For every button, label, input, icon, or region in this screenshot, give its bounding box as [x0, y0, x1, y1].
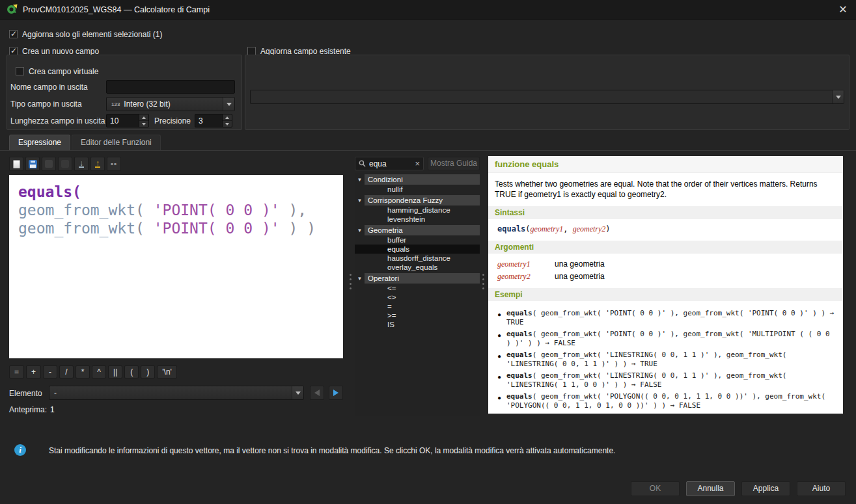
close-button[interactable]: ✕	[836, 3, 849, 16]
tab-espressione[interactable]: Espressione	[9, 135, 70, 150]
ok-button[interactable]: OK	[631, 481, 680, 496]
field-length-stepper[interactable]: 10	[106, 114, 149, 127]
caret-down-icon: ▼	[355, 228, 365, 233]
tree-item[interactable]: <=	[355, 284, 480, 293]
window-title: ProvCM01012025_WGS84 — Calcolatore di Ca…	[23, 5, 210, 14]
next-feature-button[interactable]	[329, 386, 343, 400]
caret-down-icon: ▼	[355, 177, 365, 183]
operator-button[interactable]: /	[59, 365, 74, 378]
tab-bar: EspressioneEditor delle Funzioni	[9, 135, 161, 150]
operator-button[interactable]: ^	[92, 365, 106, 378]
help-args: geometry1una geometriageometry2una geome…	[488, 254, 843, 285]
field-name-label: Nome campo in uscita	[10, 83, 88, 92]
splitter-right[interactable]	[482, 269, 485, 294]
field-precision-stepper[interactable]: 3	[195, 114, 232, 127]
virtual-field-row: Crea campo virtuale	[16, 66, 98, 76]
tree-item[interactable]: hamming_distance	[355, 206, 480, 215]
tree-item[interactable]: levenshtein	[355, 215, 480, 224]
help-args-heading: Argomenti	[488, 241, 843, 254]
help-example: equals( geom_from_wkt( 'LINESTRING( 0 0,…	[506, 371, 835, 390]
export-expression-button[interactable]	[90, 157, 105, 171]
operator-button[interactable]: )	[141, 365, 155, 378]
tree-item[interactable]: =	[355, 302, 480, 311]
field-length-value: 10	[107, 114, 139, 127]
tree-item[interactable]: hausdorff_distance	[355, 254, 480, 263]
operator-button[interactable]: (	[124, 365, 139, 378]
annulla-button[interactable]: Annulla	[686, 481, 735, 496]
new-expression-button[interactable]	[9, 157, 23, 171]
operator-button[interactable]: *	[76, 365, 90, 378]
elemento-label: Elemento	[9, 389, 42, 398]
qgis-logo-icon	[7, 4, 18, 15]
tab-divider	[0, 150, 856, 151]
tree-item[interactable]: <>	[355, 293, 480, 302]
elemento-select[interactable]: -	[49, 386, 304, 400]
dialog-buttons: OKAnnullaApplicaAiuto	[631, 481, 846, 496]
clear-disabled-button[interactable]	[58, 157, 72, 171]
integer-type-icon: 123	[111, 101, 120, 107]
tree-item[interactable]: >=	[355, 311, 480, 320]
existing-field-select[interactable]	[250, 90, 844, 104]
function-tree: ▼Condizioninullif▼Corrispondenza Fuzzyha…	[355, 173, 480, 416]
tree-item[interactable]: IS	[355, 320, 480, 329]
import-expression-icon	[79, 160, 84, 168]
tree-item[interactable]: overlay_equals	[355, 263, 480, 272]
applica-button[interactable]: Applica	[741, 481, 790, 496]
operator-button[interactable]: =	[9, 365, 24, 378]
operator-button[interactable]: +	[26, 365, 41, 378]
search-value: equa	[369, 159, 411, 168]
preview-row: Anteprima: 1	[9, 405, 55, 414]
chevron-down-icon	[292, 386, 303, 399]
precision-decrement-button[interactable]	[223, 120, 232, 127]
help-examples: equals( geom_from_wkt( 'POINT( 0 0 )' ),…	[488, 301, 843, 414]
export-expression-icon	[95, 160, 100, 168]
tree-item[interactable]: buffer	[355, 235, 480, 245]
operator-button[interactable]: -	[43, 365, 57, 378]
arrow-left-icon	[314, 390, 320, 396]
save-expression-button[interactable]	[25, 157, 40, 171]
aiuto-button[interactable]: Aiuto	[797, 481, 846, 496]
field-type-select[interactable]: 123 Intero (32 bit)	[106, 97, 235, 111]
operator-button[interactable]: '\n'	[157, 365, 177, 378]
chevron-down-icon	[832, 90, 844, 103]
help-example: equals( geom_from_wkt( 'POINT( 0 0 )' ),…	[506, 309, 835, 327]
tree-group-header[interactable]: ▼Corrispondenza Fuzzy	[355, 195, 480, 206]
caret-down-icon: ▼	[355, 198, 365, 204]
previous-feature-button[interactable]	[310, 386, 324, 400]
tree-group-header[interactable]: ▼Operatori	[355, 273, 480, 284]
length-increment-button[interactable]	[139, 114, 148, 120]
tree-item[interactable]: equals	[355, 245, 480, 254]
length-decrement-button[interactable]	[139, 120, 148, 127]
open-disabled-button[interactable]	[42, 157, 56, 171]
splitter-left[interactable]	[349, 269, 352, 294]
tab-editor-delle-funzioni[interactable]: Editor delle Funzioni	[72, 135, 161, 150]
comment-button[interactable]: --	[107, 157, 121, 171]
field-precision-label: Precisione	[154, 116, 191, 126]
editing-warning-message: Stai modificando le informazioni di ques…	[49, 446, 797, 455]
info-icon: i	[14, 444, 26, 456]
operator-row: =+-/*^||()'\n'	[9, 365, 177, 378]
open-disabled-icon	[45, 160, 53, 168]
field-name-input[interactable]	[106, 80, 235, 94]
clear-search-icon[interactable]: ×	[415, 159, 420, 168]
tree-group-header[interactable]: ▼Geometria	[355, 225, 480, 235]
virtual-field-checkbox[interactable]	[16, 67, 24, 75]
update-selected-row: Aggiorna solo gli elementi selezionati (…	[9, 29, 162, 39]
function-search-input[interactable]: equa ×	[355, 157, 424, 170]
caret-down-icon: ▼	[355, 276, 365, 282]
help-example: equals( geom_from_wkt( 'POINT( 0 0 )' ),…	[506, 330, 835, 348]
help-description: Tests whether two geometries are equal. …	[488, 173, 843, 204]
operator-button[interactable]: ||	[108, 365, 122, 378]
update-selected-checkbox[interactable]	[9, 30, 18, 38]
field-length-label: Lunghezza campo in uscita	[10, 116, 105, 126]
expression-editor[interactable]: equals(geom_from_wkt( 'POINT( 0 0 )' ),g…	[9, 175, 343, 358]
virtual-field-label: Crea campo virtuale	[29, 67, 98, 76]
import-expression-button[interactable]	[74, 157, 89, 171]
clear-disabled-icon	[61, 160, 69, 168]
show-help-button[interactable]: Mostra Guida	[428, 157, 480, 170]
tree-item[interactable]: nullif	[355, 185, 480, 194]
precision-increment-button[interactable]	[223, 114, 232, 120]
save-expression-icon	[29, 160, 37, 168]
tree-group-header[interactable]: ▼Condizioni	[355, 174, 480, 185]
field-type-label: Tipo campo in uscita	[10, 99, 82, 109]
